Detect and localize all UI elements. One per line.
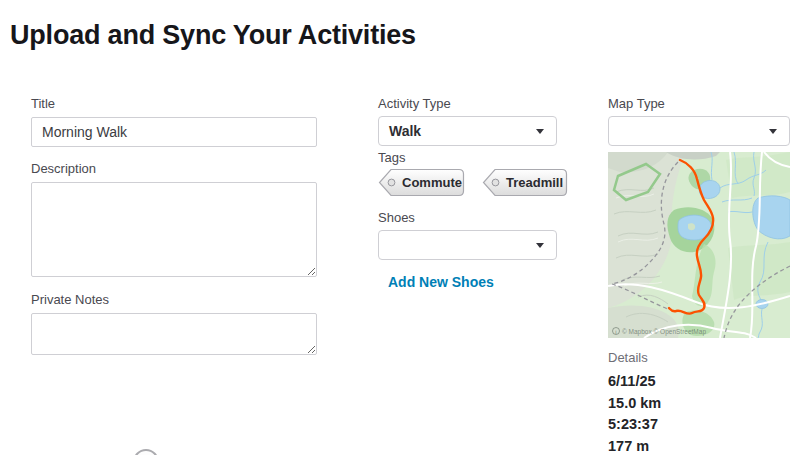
middle-form-column: Activity Type Walk Tags Commute (378, 97, 557, 291)
upload-activity-page: { "page": { "title": "Upload and Sync Yo… (0, 0, 806, 455)
shoes-select[interactable] (378, 230, 557, 260)
cropped-circle-element (133, 449, 159, 455)
activity-type-select[interactable]: Walk (378, 116, 557, 146)
add-new-shoes-link[interactable]: Add New Shoes (388, 274, 494, 290)
detail-distance: 15.0 km (608, 393, 790, 415)
tags-label: Tags (378, 151, 557, 164)
left-form-column: Title Description Private Notes (31, 97, 317, 355)
route-map-preview: i © Mapbox © OpenStreetMap (608, 152, 790, 338)
private-notes-label: Private Notes (31, 293, 317, 306)
right-column: Map Type (608, 97, 790, 455)
map-type-select[interactable] (608, 116, 790, 146)
chevron-down-icon (536, 243, 544, 248)
tag-treadmill-label: Treadmill (482, 168, 568, 197)
map-image (608, 152, 790, 338)
detail-date: 6/11/25 (608, 371, 790, 393)
tag-commute-button[interactable]: Commute (378, 168, 465, 197)
details-list: 6/11/25 15.0 km 5:23:37 177 m (608, 371, 790, 455)
private-notes-textarea[interactable] (31, 313, 317, 355)
map-type-label: Map Type (608, 97, 790, 110)
page-title: Upload and Sync Your Activities (10, 20, 416, 51)
title-label: Title (31, 97, 317, 110)
detail-duration: 5:23:37 (608, 414, 790, 436)
detail-elevation: 177 m (608, 436, 790, 455)
details-label: Details (608, 351, 790, 364)
shoes-label: Shoes (378, 211, 557, 224)
title-input[interactable] (31, 117, 317, 147)
tags-row: Commute Treadmill (378, 168, 557, 197)
activity-type-value: Walk (389, 123, 421, 139)
tag-treadmill-button[interactable]: Treadmill (482, 168, 568, 197)
chevron-down-icon (536, 129, 544, 134)
description-label: Description (31, 162, 317, 175)
description-textarea[interactable] (31, 182, 317, 277)
chevron-down-icon (769, 129, 777, 134)
activity-type-label: Activity Type (378, 97, 557, 110)
tag-commute-label: Commute (378, 168, 465, 197)
